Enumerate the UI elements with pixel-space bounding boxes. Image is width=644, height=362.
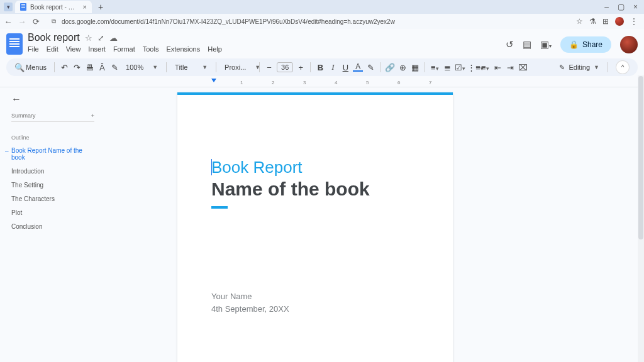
paint-format-button[interactable]: ✎ <box>109 63 119 72</box>
browser-tab[interactable]: Book report - Google Docs × <box>15 1 92 13</box>
bookmark-icon[interactable]: ☆ <box>576 17 583 26</box>
pencil-icon: ✎ <box>559 63 565 72</box>
menu-format[interactable]: Format <box>113 45 135 53</box>
menu-insert[interactable]: Insert <box>88 45 106 53</box>
chevron-down-icon: ▼ <box>594 64 599 70</box>
main-workspace: ← Summary + Outline Book Report Name of … <box>0 87 644 362</box>
back-button[interactable]: ← <box>4 17 13 26</box>
search-menus-button[interactable]: 🔍Menus <box>11 61 50 74</box>
docs-logo[interactable] <box>6 33 23 55</box>
highlight-button[interactable]: ✎ <box>365 63 375 72</box>
font-size-input[interactable]: 36 <box>277 62 293 72</box>
outline-item[interactable]: The Setting <box>11 182 94 189</box>
share-button[interactable]: 🔒 Share <box>560 36 611 53</box>
cloud-status-icon[interactable]: ☁ <box>109 33 118 43</box>
page[interactable]: Book Report Name of the book Your Name 4… <box>177 92 453 362</box>
account-avatar[interactable] <box>620 36 638 53</box>
document-subtitle[interactable]: Book Report <box>211 158 419 177</box>
outline-item[interactable]: Plot <box>11 209 94 216</box>
outline-item[interactable]: The Characters <box>11 195 94 202</box>
labs-icon[interactable]: ⚗ <box>589 17 596 26</box>
insert-comment-button[interactable]: ⊕ <box>397 63 408 72</box>
bulleted-list-button[interactable]: ⋮≡▾ <box>467 63 477 72</box>
undo-button[interactable]: ↶ <box>59 63 69 72</box>
indent-marker[interactable] <box>211 79 216 82</box>
reload-button[interactable]: ⟳ <box>31 17 40 26</box>
meet-icon[interactable]: ▣▾ <box>540 39 552 50</box>
url-bar[interactable]: ⧉ docs.google.com/document/d/14f1nNn7Oiu… <box>45 16 571 27</box>
site-info-icon[interactable]: ⧉ <box>49 18 58 25</box>
comments-icon[interactable]: ▤ <box>523 39 531 50</box>
author-line[interactable]: Your Name <box>211 290 419 303</box>
outline-item[interactable]: Introduction <box>11 168 94 175</box>
outline-panel: ← Summary + Outline Book Report Name of … <box>0 87 101 362</box>
vertical-scrollbar[interactable] <box>638 75 644 362</box>
menu-file[interactable]: File <box>28 45 39 53</box>
horizontal-ruler[interactable]: 1 2 3 4 5 6 7 <box>0 79 644 87</box>
close-tab-icon[interactable]: × <box>83 3 87 11</box>
outline-item[interactable]: Conclusion <box>11 223 94 230</box>
menu-tools[interactable]: Tools <box>143 45 159 53</box>
collapse-toolbar-button[interactable]: ^ <box>616 61 629 74</box>
insert-link-button[interactable]: 🔗 <box>385 63 395 72</box>
tab-strip: ▾ Book report - Google Docs × + – ▢ × <box>0 0 644 14</box>
increase-font-button[interactable]: + <box>296 63 306 72</box>
menu-edit[interactable]: Edit <box>47 45 58 53</box>
numbered-list-button[interactable]: ≡▾ <box>480 63 490 72</box>
insert-image-button[interactable]: ▦ <box>410 63 420 72</box>
document-title[interactable]: Book report <box>28 32 80 43</box>
extensions-icon[interactable]: ⊞ <box>602 17 609 26</box>
minimize-button[interactable]: – <box>604 3 609 11</box>
forward-button[interactable]: → <box>18 17 26 26</box>
zoom-select[interactable]: 100%▼ <box>122 62 162 72</box>
document-meta[interactable]: Your Name 4th September, 20XX <box>211 290 419 315</box>
menu-bar: File Edit View Insert Format Tools Exten… <box>28 45 501 53</box>
date-line[interactable]: 4th September, 20XX <box>211 303 419 315</box>
document-main-title[interactable]: Name of the book <box>211 178 419 200</box>
outline-section-label: Outline <box>11 134 94 141</box>
window-controls: – ▢ × <box>604 3 644 11</box>
outline-item[interactable]: Book Report Name of the book <box>11 147 94 161</box>
spellcheck-button[interactable]: Ǎ <box>97 63 107 72</box>
close-outline-button[interactable]: ← <box>11 94 94 105</box>
align-button[interactable]: ≡▾ <box>430 63 440 72</box>
italic-button[interactable]: I <box>328 62 338 72</box>
extension-badge[interactable] <box>615 17 624 26</box>
tab-title: Book report - Google Docs <box>30 4 79 11</box>
browser-chrome: ▾ Book report - Google Docs × + – ▢ × ← … <box>0 0 644 29</box>
scrollbar-thumb[interactable] <box>638 76 643 239</box>
history-icon[interactable]: ↺ <box>506 39 514 50</box>
checklist-button[interactable]: ☑▾ <box>455 63 465 72</box>
vertical-ruler[interactable] <box>101 87 109 362</box>
underline-button[interactable]: U <box>340 63 350 72</box>
add-summary-button[interactable]: + <box>91 112 94 119</box>
line-spacing-button[interactable]: ≣ <box>442 63 452 72</box>
increase-indent-button[interactable]: ⇥ <box>505 63 515 72</box>
chrome-menu-icon[interactable]: ⋮ <box>630 17 638 26</box>
maximize-button[interactable]: ▢ <box>618 3 625 11</box>
tab-search-button[interactable]: ▾ <box>4 3 13 11</box>
lock-icon: 🔒 <box>569 40 579 49</box>
share-label: Share <box>582 40 602 49</box>
bold-button[interactable]: B <box>315 63 325 72</box>
docs-favicon <box>20 3 26 11</box>
print-button[interactable]: 🖶 <box>84 63 94 72</box>
redo-button[interactable]: ↷ <box>72 63 82 72</box>
move-icon[interactable]: ⤢ <box>97 33 104 43</box>
menu-extensions[interactable]: Extensions <box>166 45 200 53</box>
accent-divider <box>211 206 228 209</box>
docs-header: Book report ☆ ⤢ ☁ File Edit View Insert … <box>0 29 644 55</box>
close-window-button[interactable]: × <box>633 3 638 11</box>
decrease-font-button[interactable]: − <box>264 63 274 72</box>
new-tab-button[interactable]: + <box>94 2 107 12</box>
star-icon[interactable]: ☆ <box>85 33 92 43</box>
menu-help[interactable]: Help <box>208 45 222 53</box>
font-select[interactable]: Proxi...▼ <box>221 62 255 72</box>
clear-formatting-button[interactable]: ⌧ <box>518 63 528 72</box>
editing-mode-button[interactable]: ✎ Editing ▼ <box>559 63 599 72</box>
paragraph-style-select[interactable]: Title▼ <box>171 62 211 72</box>
menu-view[interactable]: View <box>66 45 81 53</box>
document-canvas[interactable]: Book Report Name of the book Your Name 4… <box>109 87 644 362</box>
text-color-button[interactable]: A <box>353 63 363 72</box>
decrease-indent-button[interactable]: ⇤ <box>492 63 502 72</box>
